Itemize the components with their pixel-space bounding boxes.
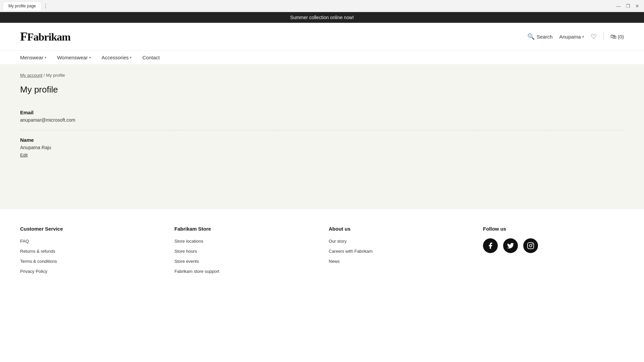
breadcrumb-account-link[interactable]: My account bbox=[20, 73, 42, 78]
footer-news[interactable]: News bbox=[329, 258, 470, 264]
footer-careers[interactable]: Careers with Fabrikam bbox=[329, 248, 470, 254]
browser-chrome: My profile page ⋮ — ❐ ✕ bbox=[0, 0, 644, 12]
footer-about-us: About us Our story Careers with Fabrikam… bbox=[329, 226, 470, 279]
breadcrumb: My account / My profile bbox=[20, 73, 624, 78]
nav-label-menswear: Menswear bbox=[20, 55, 43, 60]
header-actions: 🔍 Search Anupama ▾ ♡ 🛍 (0) bbox=[527, 33, 624, 41]
womenswear-chevron: ▾ bbox=[89, 56, 91, 59]
user-dropdown[interactable]: Anupama ▾ bbox=[559, 34, 584, 40]
main-nav: Menswear ▾ Womenswear ▾ Accessories ▾ Co… bbox=[0, 51, 644, 65]
nav-item-accessories[interactable]: Accessories ▾ bbox=[102, 55, 132, 60]
close-button[interactable]: ✕ bbox=[633, 2, 641, 10]
footer-customer-service: Customer Service FAQ Returns & refunds T… bbox=[20, 226, 161, 279]
footer-follow-us-heading: Follow us bbox=[483, 226, 624, 232]
instagram-icon[interactable] bbox=[523, 238, 538, 253]
search-label: Search bbox=[537, 34, 553, 40]
name-field-section: Name Anupama Raju Edit bbox=[20, 132, 624, 163]
announcement-text: Summer collection online now! bbox=[290, 15, 354, 20]
nav-label-womenswear: Womenswear bbox=[57, 55, 88, 60]
site-footer: Customer Service FAQ Returns & refunds T… bbox=[0, 209, 644, 292]
breadcrumb-current: My profile bbox=[46, 73, 65, 78]
nav-label-contact: Contact bbox=[142, 55, 160, 60]
footer-faq[interactable]: FAQ bbox=[20, 238, 161, 244]
minimize-button[interactable]: — bbox=[614, 2, 623, 10]
nav-item-womenswear[interactable]: Womenswear ▾ bbox=[57, 55, 91, 60]
wishlist-icon[interactable]: ♡ bbox=[591, 33, 597, 41]
site-header: FFabrikam 🔍 Search Anupama ▾ ♡ 🛍 (0) bbox=[0, 23, 644, 51]
search-icon: 🔍 bbox=[527, 33, 535, 40]
browser-tab[interactable]: My profile page bbox=[3, 1, 42, 10]
footer-store-support[interactable]: Fabrikam store support bbox=[174, 268, 315, 274]
footer-store-locations[interactable]: Store locations bbox=[174, 238, 315, 244]
email-field-section: Email anupamar@microsoft.com bbox=[20, 104, 624, 130]
header-divider bbox=[603, 33, 604, 41]
user-name: Anupama bbox=[559, 34, 581, 40]
user-dropdown-chevron: ▾ bbox=[582, 35, 584, 39]
footer-about-us-heading: About us bbox=[329, 226, 470, 232]
footer-terms[interactable]: Terms & conditions bbox=[20, 258, 161, 264]
nav-item-contact[interactable]: Contact bbox=[142, 55, 160, 60]
page-title: My profile bbox=[20, 84, 624, 95]
footer-fabrikam-store: Fabrikam Store Store locations Store hou… bbox=[174, 226, 315, 279]
email-value: anupamar@microsoft.com bbox=[20, 117, 624, 123]
twitter-icon[interactable] bbox=[503, 238, 518, 253]
name-label: Name bbox=[20, 137, 624, 143]
main-content: My account / My profile My profile Email… bbox=[0, 65, 644, 209]
footer-store-events[interactable]: Store events bbox=[174, 258, 315, 264]
email-label: Email bbox=[20, 110, 624, 115]
search-link[interactable]: 🔍 Search bbox=[527, 33, 553, 40]
browser-window-controls: — ❐ ✕ bbox=[614, 2, 641, 10]
footer-store-hours[interactable]: Store hours bbox=[174, 248, 315, 254]
footer-returns[interactable]: Returns & refunds bbox=[20, 248, 161, 254]
nav-label-accessories: Accessories bbox=[102, 55, 129, 60]
svg-rect-0 bbox=[528, 243, 534, 249]
facebook-icon[interactable] bbox=[483, 238, 498, 253]
tab-title: My profile page bbox=[8, 4, 36, 8]
site-logo[interactable]: FFabrikam bbox=[20, 29, 70, 44]
footer-privacy[interactable]: Privacy Policy bbox=[20, 268, 161, 274]
menswear-chevron: ▾ bbox=[45, 56, 46, 59]
footer-fabrikam-store-heading: Fabrikam Store bbox=[174, 226, 315, 232]
svg-point-2 bbox=[532, 244, 533, 245]
social-icons bbox=[483, 238, 624, 253]
cart-count: (0) bbox=[618, 34, 624, 40]
nav-item-menswear[interactable]: Menswear ▾ bbox=[20, 55, 46, 60]
announcement-bar: Summer collection online now! bbox=[0, 12, 644, 23]
browser-menu-icon[interactable]: ⋮ bbox=[42, 2, 50, 10]
footer-follow-us: Follow us bbox=[483, 226, 624, 279]
cart-icon: 🛍 bbox=[610, 33, 616, 40]
svg-point-1 bbox=[529, 244, 532, 247]
cart-link[interactable]: 🛍 (0) bbox=[610, 33, 624, 40]
accessories-chevron: ▾ bbox=[130, 56, 131, 59]
profile-section: Email anupamar@microsoft.com Name Anupam… bbox=[20, 104, 624, 163]
edit-name-link[interactable]: Edit bbox=[20, 153, 28, 158]
footer-grid: Customer Service FAQ Returns & refunds T… bbox=[20, 226, 624, 279]
footer-our-story[interactable]: Our story bbox=[329, 238, 470, 244]
name-value: Anupama Raju bbox=[20, 145, 624, 150]
footer-customer-service-heading: Customer Service bbox=[20, 226, 161, 232]
restore-button[interactable]: ❐ bbox=[624, 2, 632, 10]
